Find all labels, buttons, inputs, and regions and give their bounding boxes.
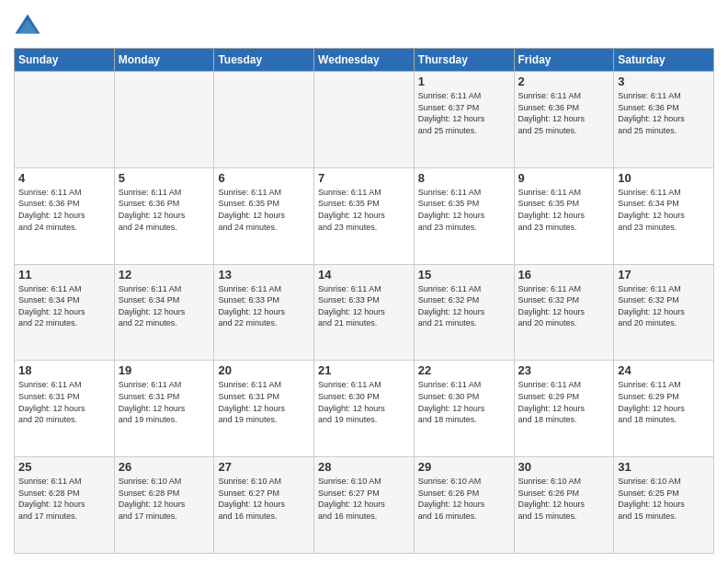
calendar-cell: 21Sunrise: 6:11 AM Sunset: 6:30 PM Dayli… bbox=[314, 361, 415, 457]
day-info: Sunrise: 6:11 AM Sunset: 6:28 PM Dayligh… bbox=[18, 476, 110, 522]
day-number: 13 bbox=[218, 268, 310, 282]
day-number: 25 bbox=[18, 460, 110, 474]
day-info: Sunrise: 6:10 AM Sunset: 6:25 PM Dayligh… bbox=[618, 476, 710, 522]
page-container: SundayMondayTuesdayWednesdayThursdayFrid… bbox=[0, 0, 728, 563]
day-number: 9 bbox=[518, 171, 610, 185]
day-number: 20 bbox=[218, 363, 310, 377]
calendar-day-header: Friday bbox=[514, 49, 614, 72]
day-info: Sunrise: 6:11 AM Sunset: 6:34 PM Dayligh… bbox=[618, 187, 710, 233]
day-number: 7 bbox=[318, 171, 410, 185]
calendar-week-row: 25Sunrise: 6:11 AM Sunset: 6:28 PM Dayli… bbox=[15, 457, 714, 554]
day-number: 19 bbox=[119, 363, 210, 377]
day-info: Sunrise: 6:11 AM Sunset: 6:31 PM Dayligh… bbox=[218, 379, 310, 425]
calendar-cell: 14Sunrise: 6:11 AM Sunset: 6:33 PM Dayli… bbox=[314, 264, 415, 361]
calendar-cell: 20Sunrise: 6:11 AM Sunset: 6:31 PM Dayli… bbox=[214, 361, 314, 457]
day-info: Sunrise: 6:11 AM Sunset: 6:29 PM Dayligh… bbox=[618, 379, 710, 425]
day-number: 4 bbox=[18, 171, 110, 185]
day-number: 16 bbox=[518, 268, 610, 282]
calendar-cell bbox=[214, 72, 314, 168]
day-info: Sunrise: 6:11 AM Sunset: 6:37 PM Dayligh… bbox=[418, 90, 510, 136]
day-info: Sunrise: 6:11 AM Sunset: 6:31 PM Dayligh… bbox=[119, 379, 210, 425]
calendar-cell bbox=[314, 72, 415, 168]
day-number: 15 bbox=[418, 268, 510, 282]
day-info: Sunrise: 6:10 AM Sunset: 6:26 PM Dayligh… bbox=[418, 476, 510, 522]
calendar-cell: 19Sunrise: 6:11 AM Sunset: 6:31 PM Dayli… bbox=[114, 361, 214, 457]
day-number: 29 bbox=[418, 460, 510, 474]
calendar-cell bbox=[15, 72, 115, 168]
day-info: Sunrise: 6:11 AM Sunset: 6:36 PM Dayligh… bbox=[119, 187, 210, 233]
calendar-cell: 2Sunrise: 6:11 AM Sunset: 6:36 PM Daylig… bbox=[514, 72, 614, 168]
calendar-cell: 1Sunrise: 6:11 AM Sunset: 6:37 PM Daylig… bbox=[414, 72, 514, 168]
calendar-cell: 28Sunrise: 6:10 AM Sunset: 6:27 PM Dayli… bbox=[314, 457, 415, 554]
day-info: Sunrise: 6:11 AM Sunset: 6:35 PM Dayligh… bbox=[518, 187, 610, 233]
calendar-week-row: 11Sunrise: 6:11 AM Sunset: 6:34 PM Dayli… bbox=[15, 264, 714, 361]
day-number: 26 bbox=[119, 460, 210, 474]
calendar-cell: 25Sunrise: 6:11 AM Sunset: 6:28 PM Dayli… bbox=[15, 457, 115, 554]
day-number: 18 bbox=[18, 363, 110, 377]
calendar-day-header: Thursday bbox=[414, 49, 514, 72]
day-number: 12 bbox=[119, 268, 210, 282]
logo bbox=[14, 13, 45, 40]
calendar-table: SundayMondayTuesdayWednesdayThursdayFrid… bbox=[14, 48, 714, 554]
day-info: Sunrise: 6:10 AM Sunset: 6:27 PM Dayligh… bbox=[318, 476, 410, 522]
day-number: 11 bbox=[18, 268, 110, 282]
day-number: 1 bbox=[418, 75, 510, 88]
calendar-cell: 8Sunrise: 6:11 AM Sunset: 6:35 PM Daylig… bbox=[414, 167, 514, 264]
calendar-week-row: 4Sunrise: 6:11 AM Sunset: 6:36 PM Daylig… bbox=[15, 167, 714, 264]
day-info: Sunrise: 6:11 AM Sunset: 6:36 PM Dayligh… bbox=[18, 187, 110, 233]
calendar-cell: 13Sunrise: 6:11 AM Sunset: 6:33 PM Dayli… bbox=[214, 264, 314, 361]
calendar-day-header: Monday bbox=[114, 49, 214, 72]
day-info: Sunrise: 6:11 AM Sunset: 6:32 PM Dayligh… bbox=[618, 283, 710, 329]
calendar-cell: 12Sunrise: 6:11 AM Sunset: 6:34 PM Dayli… bbox=[114, 264, 214, 361]
calendar-cell: 27Sunrise: 6:10 AM Sunset: 6:27 PM Dayli… bbox=[214, 457, 314, 554]
day-info: Sunrise: 6:11 AM Sunset: 6:35 PM Dayligh… bbox=[318, 187, 410, 233]
day-number: 5 bbox=[119, 171, 210, 185]
calendar-cell: 23Sunrise: 6:11 AM Sunset: 6:29 PM Dayli… bbox=[514, 361, 614, 457]
calendar-day-header: Saturday bbox=[614, 49, 714, 72]
day-info: Sunrise: 6:11 AM Sunset: 6:33 PM Dayligh… bbox=[318, 283, 410, 329]
calendar-cell: 4Sunrise: 6:11 AM Sunset: 6:36 PM Daylig… bbox=[15, 167, 115, 264]
day-info: Sunrise: 6:11 AM Sunset: 6:36 PM Dayligh… bbox=[618, 90, 710, 136]
calendar-cell: 6Sunrise: 6:11 AM Sunset: 6:35 PM Daylig… bbox=[214, 167, 314, 264]
calendar-cell: 24Sunrise: 6:11 AM Sunset: 6:29 PM Dayli… bbox=[614, 361, 714, 457]
calendar-header-row: SundayMondayTuesdayWednesdayThursdayFrid… bbox=[15, 49, 714, 72]
day-number: 17 bbox=[618, 268, 710, 282]
day-number: 24 bbox=[618, 363, 710, 377]
calendar-cell: 17Sunrise: 6:11 AM Sunset: 6:32 PM Dayli… bbox=[614, 264, 714, 361]
day-number: 8 bbox=[418, 171, 510, 185]
day-info: Sunrise: 6:11 AM Sunset: 6:32 PM Dayligh… bbox=[418, 283, 510, 329]
day-number: 30 bbox=[518, 460, 610, 474]
calendar-cell bbox=[114, 72, 214, 168]
calendar-week-row: 18Sunrise: 6:11 AM Sunset: 6:31 PM Dayli… bbox=[15, 361, 714, 457]
day-number: 10 bbox=[618, 171, 710, 185]
day-info: Sunrise: 6:10 AM Sunset: 6:26 PM Dayligh… bbox=[518, 476, 610, 522]
day-number: 2 bbox=[518, 75, 610, 88]
calendar-week-row: 1Sunrise: 6:11 AM Sunset: 6:37 PM Daylig… bbox=[15, 72, 714, 168]
calendar-cell: 30Sunrise: 6:10 AM Sunset: 6:26 PM Dayli… bbox=[514, 457, 614, 554]
day-number: 23 bbox=[518, 363, 610, 377]
calendar-cell: 5Sunrise: 6:11 AM Sunset: 6:36 PM Daylig… bbox=[114, 167, 214, 264]
calendar-cell: 3Sunrise: 6:11 AM Sunset: 6:36 PM Daylig… bbox=[614, 72, 714, 168]
day-info: Sunrise: 6:11 AM Sunset: 6:31 PM Dayligh… bbox=[18, 379, 110, 425]
day-info: Sunrise: 6:11 AM Sunset: 6:30 PM Dayligh… bbox=[318, 379, 410, 425]
day-number: 6 bbox=[218, 171, 310, 185]
calendar-day-header: Sunday bbox=[15, 49, 115, 72]
calendar-cell: 16Sunrise: 6:11 AM Sunset: 6:32 PM Dayli… bbox=[514, 264, 614, 361]
day-info: Sunrise: 6:11 AM Sunset: 6:34 PM Dayligh… bbox=[18, 283, 110, 329]
day-info: Sunrise: 6:11 AM Sunset: 6:35 PM Dayligh… bbox=[418, 187, 510, 233]
day-number: 28 bbox=[318, 460, 410, 474]
calendar-cell: 29Sunrise: 6:10 AM Sunset: 6:26 PM Dayli… bbox=[414, 457, 514, 554]
day-number: 27 bbox=[218, 460, 310, 474]
day-info: Sunrise: 6:11 AM Sunset: 6:32 PM Dayligh… bbox=[518, 283, 610, 329]
calendar-day-header: Tuesday bbox=[214, 49, 314, 72]
day-number: 14 bbox=[318, 268, 410, 282]
calendar-cell: 22Sunrise: 6:11 AM Sunset: 6:30 PM Dayli… bbox=[414, 361, 514, 457]
day-number: 22 bbox=[418, 363, 510, 377]
day-info: Sunrise: 6:11 AM Sunset: 6:30 PM Dayligh… bbox=[418, 379, 510, 425]
day-number: 31 bbox=[618, 460, 710, 474]
calendar-cell: 26Sunrise: 6:10 AM Sunset: 6:28 PM Dayli… bbox=[114, 457, 214, 554]
day-info: Sunrise: 6:11 AM Sunset: 6:29 PM Dayligh… bbox=[518, 379, 610, 425]
calendar-cell: 11Sunrise: 6:11 AM Sunset: 6:34 PM Dayli… bbox=[15, 264, 115, 361]
day-info: Sunrise: 6:11 AM Sunset: 6:33 PM Dayligh… bbox=[218, 283, 310, 329]
calendar-cell: 9Sunrise: 6:11 AM Sunset: 6:35 PM Daylig… bbox=[514, 167, 614, 264]
